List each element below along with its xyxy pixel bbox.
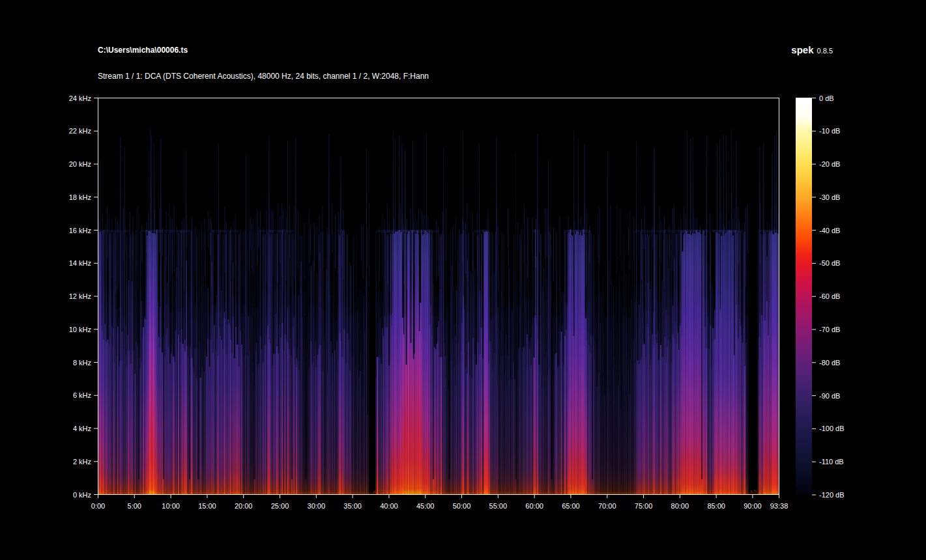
svg-text:-70 dB: -70 dB bbox=[819, 326, 840, 333]
svg-text:4 kHz: 4 kHz bbox=[73, 425, 91, 432]
svg-text:16 kHz: 16 kHz bbox=[69, 227, 91, 234]
svg-text:-10 dB: -10 dB bbox=[819, 127, 840, 135]
svg-text:24 kHz: 24 kHz bbox=[69, 94, 91, 102]
svg-text:25:00: 25:00 bbox=[271, 502, 289, 510]
svg-text:22 kHz: 22 kHz bbox=[69, 127, 91, 135]
svg-text:Stream 1 / 1: DCA (DTS Coheren: Stream 1 / 1: DCA (DTS Coherent Acoustic… bbox=[98, 72, 429, 81]
svg-text:-60 dB: -60 dB bbox=[819, 292, 840, 300]
svg-text:0:00: 0:00 bbox=[91, 502, 105, 510]
svg-text:85:00: 85:00 bbox=[707, 502, 725, 510]
svg-text:C:\Users\micha\00006.ts: C:\Users\micha\00006.ts bbox=[98, 46, 188, 55]
svg-text:60:00: 60:00 bbox=[525, 502, 543, 510]
svg-text:14 kHz: 14 kHz bbox=[69, 259, 91, 267]
svg-text:-110 dB: -110 dB bbox=[819, 458, 844, 466]
svg-text:-40 dB: -40 dB bbox=[819, 227, 840, 234]
svg-text:20 kHz: 20 kHz bbox=[69, 160, 91, 168]
svg-text:75:00: 75:00 bbox=[635, 502, 653, 510]
svg-text:20:00: 20:00 bbox=[235, 502, 253, 510]
svg-text:30:00: 30:00 bbox=[308, 502, 326, 510]
svg-text:12 kHz: 12 kHz bbox=[69, 292, 91, 300]
svg-text:93:38: 93:38 bbox=[770, 502, 789, 510]
svg-text:55:00: 55:00 bbox=[489, 502, 508, 510]
svg-text:8 kHz: 8 kHz bbox=[73, 359, 91, 367]
svg-text:-90 dB: -90 dB bbox=[819, 392, 840, 400]
svg-text:6 kHz: 6 kHz bbox=[73, 391, 91, 399]
svg-text:0 kHz: 0 kHz bbox=[73, 491, 91, 499]
svg-text:10 kHz: 10 kHz bbox=[69, 326, 91, 333]
svg-text:90:00: 90:00 bbox=[744, 502, 762, 510]
svg-text:50:00: 50:00 bbox=[453, 502, 471, 510]
svg-text:-30 dB: -30 dB bbox=[819, 193, 840, 201]
svg-text:10:00: 10:00 bbox=[162, 502, 180, 510]
svg-text:-20 dB: -20 dB bbox=[819, 160, 840, 168]
svg-text:40:00: 40:00 bbox=[380, 502, 398, 510]
svg-text:-100 dB: -100 dB bbox=[819, 425, 845, 432]
svg-text:70:00: 70:00 bbox=[598, 502, 616, 510]
svg-text:35:00: 35:00 bbox=[343, 502, 362, 510]
svg-text:45:00: 45:00 bbox=[416, 502, 435, 510]
svg-text:5:00: 5:00 bbox=[128, 502, 141, 510]
svg-text:-120 dB: -120 dB bbox=[819, 491, 845, 499]
svg-text:15:00: 15:00 bbox=[198, 502, 216, 510]
svg-text:2 kHz: 2 kHz bbox=[73, 458, 91, 466]
svg-text:-50 dB: -50 dB bbox=[819, 259, 840, 267]
svg-text:65:00: 65:00 bbox=[562, 502, 580, 510]
svg-text:-80 dB: -80 dB bbox=[819, 359, 840, 367]
svg-text:80:00: 80:00 bbox=[671, 502, 689, 510]
svg-text:0 dB: 0 dB bbox=[819, 94, 834, 102]
svg-text:18 kHz: 18 kHz bbox=[69, 193, 91, 201]
